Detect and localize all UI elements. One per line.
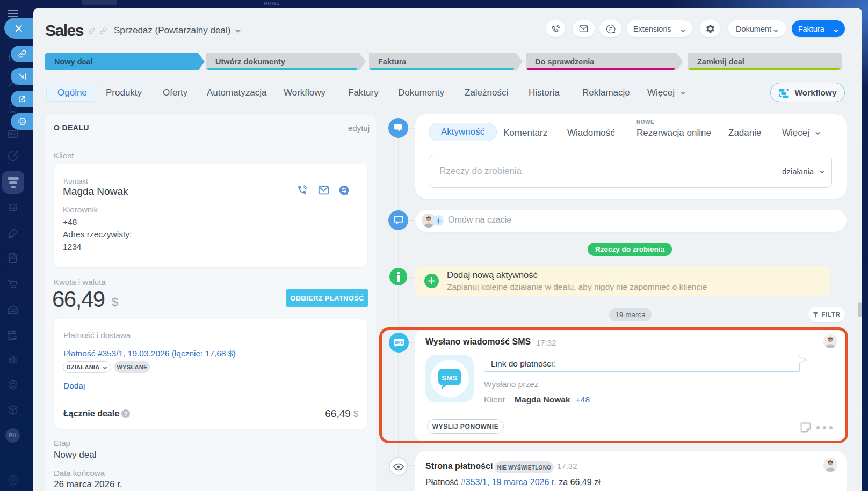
add-activity-subtitle: Zaplanuj kolejne działanie w dealu, aby … xyxy=(447,282,707,292)
pipeline-selector[interactable]: Sprzedaż (Powtarzalny deal) xyxy=(114,25,241,38)
payment-add-link[interactable]: Dodaj xyxy=(63,381,85,391)
sidebar-warehouse-icon[interactable] xyxy=(7,304,19,316)
slider-copy-link-button[interactable] xyxy=(11,46,33,62)
tab-dokumenty[interactable]: Dokumenty xyxy=(398,87,444,98)
tab-wiecej[interactable]: Więcej xyxy=(647,87,685,98)
filter-button-label: FILTR xyxy=(821,311,841,318)
copy-link-title-icon[interactable] xyxy=(99,27,107,35)
app-background: NOWE PH xyxy=(0,0,868,491)
sidebar-settings-gear-icon[interactable] xyxy=(7,474,19,486)
scrollbar-thumb[interactable] xyxy=(858,302,862,317)
sidebar-crm-target-icon[interactable] xyxy=(7,150,19,162)
resend-sms-button[interactable]: WYŚLIJ PONOWNIE xyxy=(427,419,504,434)
payment-status-badge: WYSŁANE xyxy=(114,361,150,373)
tab-oferty[interactable]: Oferty xyxy=(163,87,187,98)
tab-workflowy[interactable]: Workflowy xyxy=(284,87,326,98)
composer-tab-wiecej[interactable]: Więcej xyxy=(782,128,820,138)
timeline-connector xyxy=(408,128,415,129)
client-chat-icon[interactable] xyxy=(338,185,350,196)
dokument-button[interactable]: Dokument xyxy=(728,20,786,37)
tab-produkty[interactable]: Produkty xyxy=(106,87,142,98)
sms-client-name[interactable]: Magda Nowak xyxy=(515,395,570,404)
edit-deal-link[interactable]: edytuj xyxy=(348,123,370,133)
address-value[interactable]: 1234 xyxy=(63,242,81,252)
edit-title-icon[interactable] xyxy=(88,27,96,35)
stage-utworz-dokumenty[interactable]: Utwórz dokumenty xyxy=(206,53,366,70)
sidebar-user-avatar[interactable]: PH xyxy=(5,428,20,443)
slider-open-new-button[interactable] xyxy=(11,91,33,107)
tab-automatyzacja[interactable]: Automatyzacja xyxy=(207,87,267,98)
sidebar-automation-icon[interactable] xyxy=(7,379,19,391)
payment-page-badge: NIE WYŚWIETLONO xyxy=(495,461,554,473)
workflow-icon xyxy=(778,87,790,98)
contact-name[interactable]: Magda Nowak xyxy=(63,186,128,197)
amount-currency: $ xyxy=(112,295,118,309)
sidebar-sign-icon[interactable] xyxy=(7,227,19,239)
sidebar-reports-icon[interactable] xyxy=(7,353,19,365)
collapse-arrow-icon xyxy=(18,72,27,81)
payment-actions-button[interactable]: DZIAŁANIA xyxy=(63,361,111,373)
settings-button[interactable] xyxy=(700,20,720,37)
end-date-label: Data końcowa xyxy=(54,468,105,478)
payment-link[interactable]: Płatność #353/1, 19.03.2026 (łącznie: 17… xyxy=(63,349,236,358)
tab-reklamacje[interactable]: Reklamacje xyxy=(582,87,630,98)
payment-page-link[interactable]: #353/1, 19 marca 2026 r. xyxy=(461,478,556,487)
menu-hamburger-icon[interactable] xyxy=(8,10,18,18)
slider-collapse-button[interactable] xyxy=(11,68,33,85)
sidebar-cart-icon[interactable] xyxy=(7,278,19,290)
sidebar-copilot-icon[interactable] xyxy=(7,201,19,213)
manager-value: +48 xyxy=(63,217,77,227)
timeline-eye-icon xyxy=(389,457,408,476)
stage-do-sprawdzenia[interactable]: Do sprawdzenia xyxy=(526,53,683,70)
tab-zaleznosci[interactable]: Zależności xyxy=(465,87,508,98)
pin-note-icon[interactable] xyxy=(800,422,811,433)
tab-ogolne[interactable]: Ogólne xyxy=(46,84,98,102)
todo-scroll-pill[interactable]: Rzeczy do zrobienia xyxy=(588,243,672,256)
stage-nowy-deal[interactable]: Nowy deal xyxy=(45,53,205,70)
sms-client-label: Klient xyxy=(484,395,505,404)
filter-button[interactable]: FILTR xyxy=(808,307,845,322)
todo-actions-select[interactable]: działania xyxy=(782,167,824,176)
dokument-label: Dokument xyxy=(736,25,771,33)
close-icon xyxy=(15,24,23,33)
client-email-icon[interactable] xyxy=(318,185,329,196)
svg-text:SMS: SMS xyxy=(442,373,457,382)
composer-tab-zadanie[interactable]: Zadanie xyxy=(728,128,761,138)
help-icon[interactable]: ? xyxy=(121,409,130,418)
sidebar-marketplace-icon[interactable] xyxy=(7,405,19,416)
client-card xyxy=(54,164,367,267)
tab-historia[interactable]: Historia xyxy=(529,87,560,98)
address-label: Adres rzeczywisty: xyxy=(63,230,132,239)
timeline-info-icon xyxy=(389,268,407,285)
tab-faktury[interactable]: Faktury xyxy=(348,87,379,98)
add-activity-plus-icon[interactable] xyxy=(424,274,439,288)
stage-field-label: Etap xyxy=(54,438,70,448)
slider-print-button[interactable] xyxy=(11,113,33,130)
composer-tab-wiadomosc[interactable]: Wiadomość xyxy=(567,128,615,138)
sidebar-docs-icon[interactable] xyxy=(7,252,19,264)
stage-zamknij-deal[interactable]: Zamknij deal xyxy=(688,53,842,70)
faktura-button[interactable]: Faktura xyxy=(792,20,845,37)
workflow-panel-button[interactable]: Workflowy xyxy=(770,83,845,102)
chat-placeholder: Omów na czacie xyxy=(448,215,511,225)
sidebar-contact-card-icon[interactable] xyxy=(7,128,19,140)
composer-tab-rezerwacja[interactable]: Rezerwacja online xyxy=(636,128,711,138)
email-button[interactable] xyxy=(573,20,595,37)
stage-faktura[interactable]: Faktura xyxy=(369,53,523,70)
chat-add-icon[interactable] xyxy=(433,215,444,226)
composer-tab-aktywnosc[interactable]: Aktywność xyxy=(429,123,497,141)
collect-payment-button[interactable]: ODBIERZ PŁATNOŚĆ xyxy=(286,289,368,307)
sms-client-phone[interactable]: +48 xyxy=(576,395,590,404)
call-button[interactable] xyxy=(546,20,565,37)
chat-sync-icon xyxy=(605,24,616,34)
open-channel-button[interactable] xyxy=(599,20,621,37)
payment-divider xyxy=(63,398,358,398)
extensions-button[interactable]: Extensions xyxy=(627,20,692,37)
link-icon xyxy=(18,49,27,58)
client-call-icon[interactable] xyxy=(297,185,308,195)
slider-close-button[interactable] xyxy=(4,18,33,39)
composer-tab-komentarz[interactable]: Komentarz xyxy=(503,128,547,138)
sidebar-calendar-icon[interactable] xyxy=(6,329,18,341)
more-actions-icon[interactable] xyxy=(816,426,833,429)
contact-label: Kontakt xyxy=(63,177,88,185)
